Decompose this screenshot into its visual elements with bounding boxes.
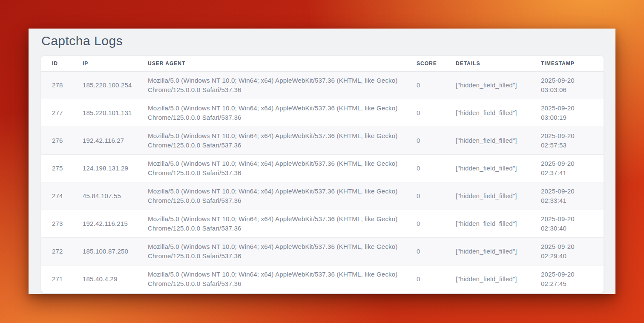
table-header: ID IP USER AGENT SCORE DETAILS TIMESTAMP	[41, 56, 604, 71]
cell-user-agent: Mozilla/5.0 (Windows NT 10.0; Win64; x64…	[148, 154, 417, 182]
cell-user-agent: Mozilla/5.0 (Windows NT 10.0; Win64; x64…	[148, 71, 417, 99]
cell-ip: 185.40.4.29	[83, 265, 148, 293]
table-body: 278 185.220.100.254 Mozilla/5.0 (Windows…	[41, 71, 604, 293]
column-header-details: DETAILS	[456, 56, 541, 71]
table-row: 272 185.100.87.250 Mozilla/5.0 (Windows …	[41, 237, 604, 265]
cell-ip: 45.84.107.55	[83, 182, 148, 210]
cell-user-agent: Mozilla/5.0 (Windows NT 10.0; Win64; x64…	[148, 210, 417, 237]
cell-user-agent: Mozilla/5.0 (Windows NT 10.0; Win64; x64…	[148, 265, 417, 293]
cell-ip: 124.198.131.29	[83, 154, 148, 182]
cell-details: ["hidden_field_filled"]	[456, 210, 541, 237]
cell-timestamp: 2025-09-20 02:33:41	[541, 182, 604, 210]
cell-score: 0	[417, 265, 456, 293]
cell-timestamp: 2025-09-20 03:03:06	[541, 71, 604, 99]
table-row: 271 185.40.4.29 Mozilla/5.0 (Windows NT …	[41, 265, 604, 293]
cell-id: 271	[41, 265, 83, 293]
table-row: 276 192.42.116.27 Mozilla/5.0 (Windows N…	[41, 127, 604, 154]
column-header-score: SCORE	[417, 56, 456, 71]
cell-timestamp: 2025-09-20 02:27:45	[541, 265, 604, 293]
cell-details: ["hidden_field_filled"]	[456, 127, 541, 154]
cell-user-agent: Mozilla/5.0 (Windows NT 10.0; Win64; x64…	[148, 99, 417, 127]
cell-details: ["hidden_field_filled"]	[456, 154, 541, 182]
cell-timestamp: 2025-09-20 02:29:40	[541, 237, 604, 265]
cell-score: 0	[417, 210, 456, 237]
cell-details: ["hidden_field_filled"]	[456, 265, 541, 293]
cell-score: 0	[417, 127, 456, 154]
cell-ip: 185.100.87.250	[83, 237, 148, 265]
cell-ip: 185.220.101.131	[83, 99, 148, 127]
cell-details: ["hidden_field_filled"]	[456, 237, 541, 265]
column-header-timestamp: TIMESTAMP	[541, 56, 604, 71]
cell-id: 276	[41, 127, 83, 154]
captcha-logs-table-container: ID IP USER AGENT SCORE DETAILS TIMESTAMP…	[41, 56, 604, 293]
cell-ip: 185.220.100.254	[83, 71, 148, 99]
cell-score: 0	[417, 237, 456, 265]
table-row: 274 45.84.107.55 Mozilla/5.0 (Windows NT…	[41, 182, 604, 210]
cell-timestamp: 2025-09-20 02:30:40	[541, 210, 604, 237]
cell-id: 275	[41, 154, 83, 182]
cell-timestamp: 2025-09-20 02:37:41	[541, 154, 604, 182]
table-row: 277 185.220.101.131 Mozilla/5.0 (Windows…	[41, 99, 604, 127]
cell-id: 277	[41, 99, 83, 127]
cell-score: 0	[417, 182, 456, 210]
page-background: { "page": { "title": "Captcha Logs" }, "…	[0, 0, 644, 323]
cell-ip: 192.42.116.215	[83, 210, 148, 237]
table-row: 273 192.42.116.215 Mozilla/5.0 (Windows …	[41, 210, 604, 237]
table-row: 278 185.220.100.254 Mozilla/5.0 (Windows…	[41, 71, 604, 99]
cell-score: 0	[417, 71, 456, 99]
cell-timestamp: 2025-09-20 02:57:53	[541, 127, 604, 154]
cell-timestamp: 2025-09-20 03:00:19	[541, 99, 604, 127]
cell-id: 273	[41, 210, 83, 237]
cell-id: 278	[41, 71, 83, 99]
cell-user-agent: Mozilla/5.0 (Windows NT 10.0; Win64; x64…	[148, 237, 417, 265]
cell-user-agent: Mozilla/5.0 (Windows NT 10.0; Win64; x64…	[148, 182, 417, 210]
captcha-logs-card: Captcha Logs ID IP USER AGENT SCORE DETA…	[29, 29, 615, 294]
cell-score: 0	[417, 99, 456, 127]
cell-details: ["hidden_field_filled"]	[456, 182, 541, 210]
page-title: Captcha Logs	[41, 32, 604, 50]
table-row: 275 124.198.131.29 Mozilla/5.0 (Windows …	[41, 154, 604, 182]
cell-ip: 192.42.116.27	[83, 127, 148, 154]
table-header-row: ID IP USER AGENT SCORE DETAILS TIMESTAMP	[41, 56, 604, 71]
column-header-ip: IP	[83, 56, 148, 71]
cell-id: 272	[41, 237, 83, 265]
column-header-user-agent: USER AGENT	[148, 56, 417, 71]
cell-score: 0	[417, 154, 456, 182]
captcha-logs-table: ID IP USER AGENT SCORE DETAILS TIMESTAMP…	[41, 56, 604, 293]
cell-details: ["hidden_field_filled"]	[456, 71, 541, 99]
cell-user-agent: Mozilla/5.0 (Windows NT 10.0; Win64; x64…	[148, 127, 417, 154]
cell-id: 274	[41, 182, 83, 210]
cell-details: ["hidden_field_filled"]	[456, 99, 541, 127]
column-header-id: ID	[41, 56, 83, 71]
